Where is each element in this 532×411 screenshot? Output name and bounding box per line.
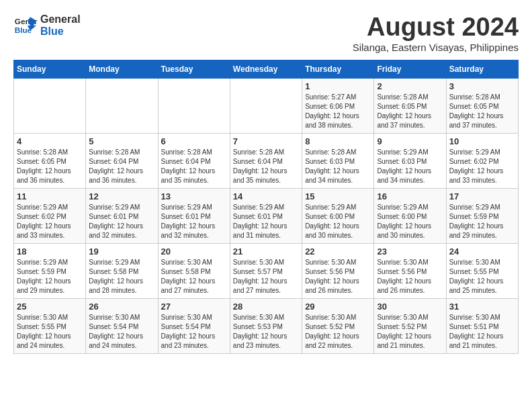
day-info: Sunrise: 5:29 AM Sunset: 6:02 PM Dayligh…: [17, 203, 83, 240]
calendar-cell: 19Sunrise: 5:29 AM Sunset: 5:58 PM Dayli…: [86, 243, 158, 298]
day-number: 8: [305, 136, 371, 146]
header-day: Thursday: [302, 60, 374, 78]
day-number: 23: [377, 246, 443, 257]
logo-icon: General Blue: [13, 13, 38, 38]
day-number: 12: [89, 191, 154, 201]
day-number: 17: [449, 191, 515, 201]
calendar-cell: 14Sunrise: 5:29 AM Sunset: 6:01 PM Dayli…: [230, 188, 302, 243]
subtitle: Silanga, Eastern Visayas, Philippines: [353, 42, 519, 53]
calendar-cell: 23Sunrise: 5:30 AM Sunset: 5:56 PM Dayli…: [374, 243, 446, 298]
day-info: Sunrise: 5:28 AM Sunset: 6:05 PM Dayligh…: [17, 148, 83, 185]
day-number: 31: [449, 302, 515, 312]
day-info: Sunrise: 5:28 AM Sunset: 6:04 PM Dayligh…: [89, 148, 154, 185]
calendar-cell: 8Sunrise: 5:28 AM Sunset: 6:03 PM Daylig…: [302, 133, 374, 188]
header-day: Tuesday: [158, 60, 230, 78]
day-number: 25: [17, 302, 83, 312]
day-info: Sunrise: 5:29 AM Sunset: 6:02 PM Dayligh…: [449, 148, 515, 185]
day-number: 24: [449, 246, 515, 257]
day-info: Sunrise: 5:30 AM Sunset: 5:54 PM Dayligh…: [89, 313, 154, 351]
day-info: Sunrise: 5:30 AM Sunset: 5:51 PM Dayligh…: [449, 313, 515, 351]
day-number: 20: [161, 246, 227, 257]
day-info: Sunrise: 5:28 AM Sunset: 6:04 PM Dayligh…: [161, 148, 227, 185]
calendar-cell: 4Sunrise: 5:28 AM Sunset: 6:05 PM Daylig…: [14, 133, 86, 188]
day-number: 7: [233, 136, 299, 146]
day-number: 22: [305, 246, 371, 257]
header-day: Saturday: [446, 60, 518, 78]
calendar-week: 1Sunrise: 5:27 AM Sunset: 6:06 PM Daylig…: [14, 78, 519, 133]
calendar-cell: 7Sunrise: 5:28 AM Sunset: 6:04 PM Daylig…: [230, 133, 302, 188]
calendar-cell: 25Sunrise: 5:30 AM Sunset: 5:55 PM Dayli…: [14, 298, 86, 353]
day-number: 14: [233, 191, 299, 201]
header-day: Monday: [86, 60, 158, 78]
day-number: 27: [161, 302, 227, 312]
day-info: Sunrise: 5:29 AM Sunset: 6:00 PM Dayligh…: [305, 203, 371, 240]
calendar-cell: 5Sunrise: 5:28 AM Sunset: 6:04 PM Daylig…: [86, 133, 158, 188]
day-info: Sunrise: 5:30 AM Sunset: 5:56 PM Dayligh…: [305, 258, 371, 295]
calendar-cell: 6Sunrise: 5:28 AM Sunset: 6:04 PM Daylig…: [158, 133, 230, 188]
calendar-week: 4Sunrise: 5:28 AM Sunset: 6:05 PM Daylig…: [14, 133, 519, 188]
logo: General Blue General Blue: [13, 13, 81, 38]
calendar-cell: 11Sunrise: 5:29 AM Sunset: 6:02 PM Dayli…: [14, 188, 86, 243]
day-number: 10: [449, 136, 515, 146]
day-number: 28: [233, 302, 299, 312]
header-day: Sunday: [14, 60, 86, 78]
day-info: Sunrise: 5:29 AM Sunset: 6:01 PM Dayligh…: [89, 203, 154, 240]
day-info: Sunrise: 5:30 AM Sunset: 5:56 PM Dayligh…: [377, 258, 443, 295]
calendar-body: 1Sunrise: 5:27 AM Sunset: 6:06 PM Daylig…: [14, 78, 519, 353]
day-info: Sunrise: 5:28 AM Sunset: 6:04 PM Dayligh…: [233, 148, 299, 185]
calendar-cell: 15Sunrise: 5:29 AM Sunset: 6:00 PM Dayli…: [302, 188, 374, 243]
day-info: Sunrise: 5:29 AM Sunset: 6:01 PM Dayligh…: [233, 203, 299, 240]
main-title: August 2024: [353, 13, 519, 42]
header-day: Friday: [374, 60, 446, 78]
calendar-table: SundayMondayTuesdayWednesdayThursdayFrid…: [13, 60, 519, 354]
day-number: 5: [89, 136, 154, 146]
calendar-cell: [158, 78, 230, 133]
logo-general: General: [40, 13, 81, 26]
calendar-cell: [86, 78, 158, 133]
day-number: 29: [305, 302, 371, 312]
calendar-cell: 16Sunrise: 5:29 AM Sunset: 6:00 PM Dayli…: [374, 188, 446, 243]
day-info: Sunrise: 5:29 AM Sunset: 6:00 PM Dayligh…: [377, 203, 443, 240]
day-info: Sunrise: 5:30 AM Sunset: 5:55 PM Dayligh…: [17, 313, 83, 351]
day-number: 18: [17, 246, 83, 257]
calendar-week: 18Sunrise: 5:29 AM Sunset: 5:59 PM Dayli…: [14, 243, 519, 298]
calendar-cell: 10Sunrise: 5:29 AM Sunset: 6:02 PM Dayli…: [446, 133, 518, 188]
calendar-cell: [230, 78, 302, 133]
day-number: 26: [89, 302, 154, 312]
calendar-cell: 31Sunrise: 5:30 AM Sunset: 5:51 PM Dayli…: [446, 298, 518, 353]
calendar-cell: 18Sunrise: 5:29 AM Sunset: 5:59 PM Dayli…: [14, 243, 86, 298]
day-info: Sunrise: 5:30 AM Sunset: 5:58 PM Dayligh…: [161, 258, 227, 295]
day-number: 4: [17, 136, 83, 146]
calendar-week: 11Sunrise: 5:29 AM Sunset: 6:02 PM Dayli…: [14, 188, 519, 243]
day-number: 21: [233, 246, 299, 257]
day-info: Sunrise: 5:29 AM Sunset: 5:59 PM Dayligh…: [449, 203, 515, 240]
calendar-cell: 29Sunrise: 5:30 AM Sunset: 5:52 PM Dayli…: [302, 298, 374, 353]
day-info: Sunrise: 5:29 AM Sunset: 6:01 PM Dayligh…: [161, 203, 227, 240]
day-number: 19: [89, 246, 154, 257]
calendar-cell: 20Sunrise: 5:30 AM Sunset: 5:58 PM Dayli…: [158, 243, 230, 298]
title-section: August 2024 Silanga, Eastern Visayas, Ph…: [353, 13, 519, 53]
day-number: 30: [377, 302, 443, 312]
day-number: 15: [305, 191, 371, 201]
day-info: Sunrise: 5:29 AM Sunset: 5:58 PM Dayligh…: [89, 258, 154, 295]
day-info: Sunrise: 5:29 AM Sunset: 5:59 PM Dayligh…: [17, 258, 83, 295]
logo-blue: Blue: [40, 26, 81, 38]
calendar-cell: 2Sunrise: 5:28 AM Sunset: 6:05 PM Daylig…: [374, 78, 446, 133]
day-info: Sunrise: 5:28 AM Sunset: 6:05 PM Dayligh…: [449, 93, 515, 130]
day-number: 1: [305, 81, 371, 91]
calendar-cell: 28Sunrise: 5:30 AM Sunset: 5:53 PM Dayli…: [230, 298, 302, 353]
calendar-week: 25Sunrise: 5:30 AM Sunset: 5:55 PM Dayli…: [14, 298, 519, 353]
day-number: 6: [161, 136, 227, 146]
day-info: Sunrise: 5:30 AM Sunset: 5:55 PM Dayligh…: [449, 258, 515, 295]
calendar-cell: 27Sunrise: 5:30 AM Sunset: 5:54 PM Dayli…: [158, 298, 230, 353]
day-info: Sunrise: 5:30 AM Sunset: 5:53 PM Dayligh…: [233, 313, 299, 351]
calendar-header: SundayMondayTuesdayWednesdayThursdayFrid…: [14, 60, 519, 78]
calendar-cell: 13Sunrise: 5:29 AM Sunset: 6:01 PM Dayli…: [158, 188, 230, 243]
page-header: General Blue General Blue August 2024 Si…: [13, 13, 519, 53]
day-info: Sunrise: 5:28 AM Sunset: 6:05 PM Dayligh…: [377, 93, 443, 130]
day-info: Sunrise: 5:28 AM Sunset: 6:03 PM Dayligh…: [305, 148, 371, 185]
header-day: Wednesday: [230, 60, 302, 78]
calendar-cell: 1Sunrise: 5:27 AM Sunset: 6:06 PM Daylig…: [302, 78, 374, 133]
calendar-cell: 17Sunrise: 5:29 AM Sunset: 5:59 PM Dayli…: [446, 188, 518, 243]
calendar-cell: [14, 78, 86, 133]
